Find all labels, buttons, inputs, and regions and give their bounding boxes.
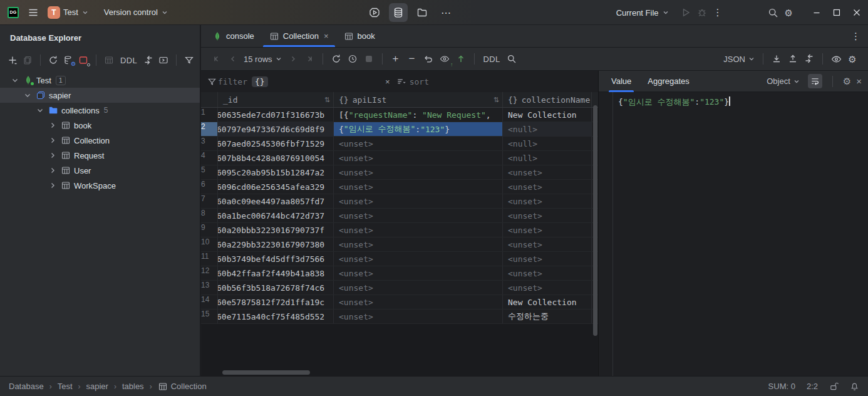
table-row[interactable]: 1160b3749bef4d5dff3d7566<unset><unset> <box>201 252 598 266</box>
value-tab-value[interactable]: Value <box>611 71 631 92</box>
table-row[interactable]: 1560e7115a40cf75f485d552<unset>수정하는중 <box>201 310 598 324</box>
close-panel-icon[interactable]: × <box>856 76 862 86</box>
cell-id[interactable]: 607aed02545306fbf71529 <box>218 137 334 150</box>
cell-collectionname[interactable]: <unset> <box>503 252 592 266</box>
table-view-icon[interactable] <box>101 53 116 68</box>
new-datasource-icon[interactable] <box>5 53 20 68</box>
table-row[interactable]: 860a1bec006744bc472d737<unset><unset> <box>201 209 598 223</box>
cell-apilist[interactable]: <unset> <box>334 281 503 294</box>
breadcrumb-item-sapier[interactable]: sapier <box>86 382 108 391</box>
tree-item-user[interactable]: User <box>0 163 200 178</box>
more-tool-windows-icon[interactable]: ⋯ <box>437 3 455 22</box>
notifications-bell-icon[interactable] <box>850 382 859 391</box>
database-tool-icon[interactable] <box>389 3 408 22</box>
revert-changes-icon[interactable] <box>420 51 437 67</box>
window-close-icon[interactable] <box>852 8 862 18</box>
table-row[interactable]: 56095c20ab95b15b12847a2<unset><unset> <box>201 165 598 180</box>
window-maximize-icon[interactable] <box>832 8 842 18</box>
cell-id[interactable]: 60a229bb32230167907380 <box>218 237 334 251</box>
stop-icon[interactable] <box>361 51 377 67</box>
lock-icon[interactable] <box>829 382 839 391</box>
cell-id[interactable]: 6096cd06e256345afea329 <box>218 180 334 194</box>
cell-collectionname[interactable]: <unset> <box>503 266 592 280</box>
cell-collectionname[interactable]: <null> <box>503 151 592 165</box>
cell-id[interactable]: 60b56f3b518a72678f74c6 <box>218 281 334 294</box>
aggregate-sum-label[interactable]: SUM: 0 <box>768 382 795 391</box>
ddl-button[interactable]: DDL <box>480 55 504 64</box>
open-console-icon[interactable] <box>156 53 171 68</box>
cell-id[interactable]: 60a20bbb3223016790737f <box>218 223 334 237</box>
cell-collectionname[interactable]: New Collection <box>503 295 592 309</box>
cell-collectionname[interactable]: 수정하는중 <box>503 310 592 323</box>
jump-to-editor-icon[interactable] <box>141 53 156 68</box>
tree-item-collection[interactable]: Collection <box>0 133 200 148</box>
hamburger-menu-icon[interactable] <box>28 7 39 18</box>
table-row[interactable]: 66096cd06e256345afea329<unset><unset> <box>201 180 598 194</box>
table-row[interactable]: 1360b56f3b518a72678f74c6<unset><unset> <box>201 281 598 295</box>
table-row[interactable]: 760a0c09ee4497aa8057fd7<unset><unset> <box>201 194 598 209</box>
next-page-icon[interactable] <box>285 51 301 67</box>
table-row[interactable]: 1060a229bb32230167907380<unset><unset> <box>201 237 598 252</box>
tree-item-workspace[interactable]: WorkSpace <box>0 178 200 193</box>
view-options-eye-icon[interactable] <box>828 51 844 67</box>
refresh-icon[interactable] <box>46 53 61 68</box>
clear-filter-icon[interactable]: × <box>385 77 390 86</box>
soft-wrap-toggle-icon[interactable] <box>808 74 822 88</box>
search-everywhere-icon[interactable] <box>768 8 778 18</box>
find-icon[interactable] <box>504 51 520 67</box>
cell-apilist[interactable]: <unset> <box>334 252 503 266</box>
breadcrumb-item-collection[interactable]: Collection <box>158 382 207 392</box>
value-tab-aggregates[interactable]: Aggregates <box>648 71 690 92</box>
table-row[interactable]: 260797e9473367d6c69d8f9{"임시로 수정해봄":"123"… <box>201 122 598 137</box>
sort-icon[interactable] <box>396 77 406 86</box>
tree-item-collections[interactable]: collections5 <box>0 103 200 118</box>
project-selector[interactable]: T Test <box>48 6 89 19</box>
cell-id[interactable]: 60635ede7cd071f316673b <box>218 108 334 122</box>
filter-icon[interactable] <box>182 53 197 68</box>
table-row[interactable]: 1460e57875812f72d1ffa19c<unset>New Colle… <box>201 295 598 310</box>
tab-collection[interactable]: Collection× <box>262 25 336 47</box>
table-row[interactable]: 3607aed02545306fbf71529<unset><null> <box>201 137 598 151</box>
cell-apilist[interactable]: <unset> <box>334 165 503 179</box>
cell-apilist[interactable]: <unset> <box>334 310 503 323</box>
previous-page-icon[interactable] <box>225 51 241 67</box>
cell-apilist[interactable]: <unset> <box>334 223 503 237</box>
ddl-button[interactable]: DDL <box>116 53 141 68</box>
sort-arrows-icon[interactable]: ⇅ <box>493 96 499 104</box>
last-page-icon[interactable] <box>301 51 318 67</box>
tab-book[interactable]: book <box>336 25 383 47</box>
cell-id[interactable]: 6095c20ab95b15b12847a2 <box>218 165 334 179</box>
preview-changes-icon[interactable]: ↑ <box>437 51 453 67</box>
breadcrumb-item-tables[interactable]: tables <box>122 382 144 391</box>
debug-button-icon[interactable] <box>697 8 707 18</box>
cell-collectionname[interactable]: <unset> <box>503 194 592 208</box>
cell-collectionname[interactable]: <unset> <box>503 180 592 194</box>
duplicate-icon[interactable] <box>20 53 35 68</box>
cell-id[interactable]: 60e57875812f72d1ffa19c <box>218 295 334 309</box>
cell-apilist[interactable]: {"임시로 수정해봄":"123"} <box>334 122 503 136</box>
page-size-selector[interactable]: 15 rows <box>241 55 285 64</box>
cell-apilist[interactable]: <unset> <box>334 237 503 251</box>
table-row[interactable]: 160635ede7cd071f316673b[{"requestName": … <box>201 108 598 122</box>
column-header-apilist[interactable]: {}apiLIst⇅ <box>334 92 503 107</box>
jump-to-console-icon[interactable] <box>801 51 817 67</box>
cursor-position-label[interactable]: 2:2 <box>807 382 818 391</box>
tree-item-request[interactable]: Request <box>0 148 200 163</box>
datasource-settings-icon[interactable]: ⚙ <box>61 53 76 68</box>
window-minimize-icon[interactable] <box>812 8 822 18</box>
datasource-properties-icon[interactable] <box>76 53 91 68</box>
run-configuration-selector[interactable]: Current File <box>616 8 669 18</box>
add-row-icon[interactable]: + <box>388 51 404 67</box>
cell-collectionname[interactable]: <unset> <box>503 237 592 251</box>
cell-collectionname[interactable]: <unset> <box>503 165 592 179</box>
cell-apilist[interactable]: <unset> <box>334 295 503 309</box>
tab-close-icon[interactable]: × <box>324 31 329 41</box>
value-editor-content[interactable]: {"임시로 수정해봄":"123"} <box>618 96 730 108</box>
submit-changes-icon[interactable] <box>453 51 469 67</box>
tree-item-book[interactable]: book <box>0 118 200 133</box>
run-anything-icon[interactable] <box>365 3 384 22</box>
cell-collectionname[interactable]: <null> <box>503 122 592 136</box>
value-settings-gear-icon[interactable]: ⚙ <box>843 76 851 86</box>
cell-apilist[interactable]: <unset> <box>334 151 503 165</box>
filter-input[interactable]: {} <box>252 76 268 87</box>
